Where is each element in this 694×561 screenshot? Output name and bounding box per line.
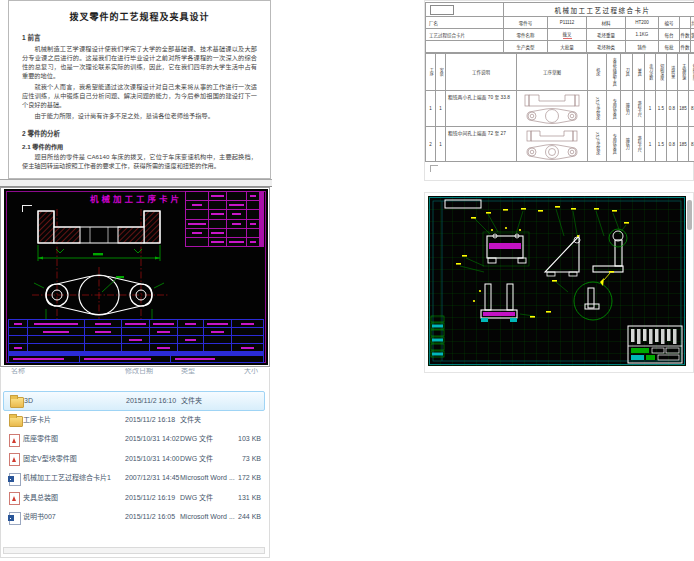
- stamp-box: [430, 5, 454, 15]
- file-row[interactable]: 夹具总装图 2015/11/2 16:19 DWG 文件 131 KB: [3, 489, 265, 507]
- col-speed: 主轴转速: [678, 54, 688, 90]
- col-passes: 走刀次数: [645, 54, 655, 90]
- op-speed: 185: [678, 91, 688, 126]
- file-list-header: 名称 修改日期 类型 大小: [1, 368, 269, 377]
- vertical-scrollbar-thumb[interactable]: [687, 200, 692, 230]
- cad-canvas[interactable]: [428, 196, 686, 366]
- col-seq: 工序: [426, 54, 435, 90]
- file-date: 2015/10/31 14:00: [125, 450, 180, 468]
- col-machine: 机床: [588, 54, 606, 90]
- file-date: 2007/12/31 14:45: [125, 469, 180, 487]
- per-unit-label: 每台: [659, 29, 679, 40]
- file-type: Microsoft Word ...: [180, 508, 235, 526]
- op-sketch-drawing: [519, 128, 585, 161]
- cad-window-operation-card[interactable]: 机械加工工序卡片: [0, 187, 270, 367]
- process-card-sheet[interactable]: 机械加工工艺过程综合卡片 厂名 零件号 P11112 材料 HT200 编号 共…: [424, 0, 694, 181]
- card-info-table: 机械加工工艺过程综合卡片 厂名 零件号 P11112 材料 HT200 编号 共…: [425, 2, 694, 53]
- op-gauge: 游标卡尺: [633, 127, 644, 161]
- file-row[interactable]: 说明书007 2015/11/2 16:05 Microsoft Word ..…: [3, 508, 265, 526]
- op-feed: 0.8: [667, 127, 677, 161]
- doc-paragraph: 由于能力所限，设计尚有许多不足之处，恳请各位老师给予指导。: [22, 112, 257, 121]
- op-speed: 185: [678, 127, 688, 161]
- fixture-assembly-drawing: [428, 196, 686, 366]
- cursor-corner-mark: [430, 165, 438, 172]
- file-size: 131 KB: [238, 489, 261, 507]
- part-name-text: 拨叉: [563, 31, 572, 39]
- file-type: 文件夹: [181, 392, 202, 410]
- file-date: 2015/10/31 14:02: [125, 430, 180, 448]
- col-sketch: 工序草图: [517, 54, 587, 90]
- factory-label: 厂名: [426, 17, 503, 28]
- op-description: 粗铣中间孔上端面 72 至 27: [446, 127, 516, 161]
- file-date: 2015/11/2 16:19: [125, 489, 175, 507]
- pieces-cell: 件数: [680, 29, 690, 40]
- file-row-selected[interactable]: 3D 2015/11/2 16:10 文件夹: [3, 391, 265, 411]
- op-setup: 1: [436, 127, 445, 161]
- file-name: 夹具总装图: [23, 489, 58, 507]
- blank-weight-label: 毛坯重量: [587, 29, 625, 40]
- op-machine: X51立式铣床: [588, 127, 606, 161]
- op-sketch-drawing: [519, 92, 585, 125]
- part-name-value: 拨叉: [548, 29, 586, 40]
- file-row[interactable]: 工序卡片 2015/11/2 16:18 文件夹: [3, 411, 265, 429]
- document-panel[interactable]: 拨叉零件的工艺规程及夹具设计 1 前言 机械制造工艺学课程设计使我们学完了大学的…: [8, 0, 271, 179]
- dwg-file-icon: [9, 453, 20, 466]
- material-label: 材料: [587, 17, 625, 28]
- op-passes: 1: [645, 127, 655, 161]
- file-row[interactable]: 机械加工工艺过程综合卡片1 2007/12/31 14:45 Microsoft…: [3, 469, 265, 487]
- op-depth: 1.5: [656, 127, 666, 161]
- file-name: 工序卡片: [23, 411, 51, 429]
- file-row[interactable]: 底座零件图 2015/10/31 14:02 DWG 文件 103 KB: [3, 430, 265, 448]
- file-size: 244 KB: [238, 508, 261, 526]
- pieces-cell: 件数: [680, 41, 690, 52]
- file-name: 3D: [24, 392, 33, 410]
- cad-canvas[interactable]: 机械加工工序卡片: [4, 189, 268, 365]
- folder-icon: [9, 416, 23, 427]
- cad-window-fixture-assembly[interactable]: [424, 192, 694, 373]
- prod-type-value: 大批量: [548, 41, 586, 52]
- file-size: 103 KB: [238, 430, 261, 448]
- col-setup: 安装: [436, 54, 445, 90]
- file-explorer-panel[interactable]: 名称 修改日期 类型 大小 3D 2015/11/2 16:10 文件夹 工序卡…: [0, 368, 270, 558]
- file-type: 文件夹: [180, 411, 201, 429]
- window-divider: [0, 179, 272, 187]
- horizontal-scrollbar[interactable]: [3, 547, 265, 554]
- op-tool: 端铣刀: [621, 91, 632, 126]
- column-header-size[interactable]: 大小: [244, 368, 258, 375]
- dwg-file-icon: [9, 434, 20, 447]
- code-label: 编号: [659, 17, 679, 28]
- file-row[interactable]: 固定V型块零件图 2015/10/31 14:00 DWG 文件 73 KB: [3, 450, 265, 468]
- file-name: 机械加工工艺过程综合卡片1: [23, 469, 111, 487]
- desktop-collage: 拨叉零件的工艺规程及夹具设计 1 前言 机械制造工艺学课程设计使我们学完了大学的…: [0, 0, 694, 561]
- card-name-label: 工艺过程综合卡片: [426, 29, 503, 40]
- dwg-file-icon: [9, 492, 20, 505]
- doc-heading-2: 2 零件的分析: [22, 128, 257, 138]
- op-cutspeed: 81: [689, 91, 694, 126]
- op-passes: 1: [645, 91, 655, 126]
- card-process-table: 工序 安装 工作说明 工序草图 机床 夹具及辅助工具 刀具 量具 走刀次数 切削…: [425, 53, 694, 162]
- file-name: 底座零件图: [23, 430, 58, 448]
- file-type: Microsoft Word ...: [180, 469, 235, 487]
- col-feed: 进给量: [667, 54, 677, 90]
- blank-kind-value: 铸件: [626, 41, 658, 52]
- op-setup: 1: [436, 91, 445, 126]
- col-desc: 工作说明: [446, 54, 516, 90]
- per-batch-label: 每批: [659, 41, 679, 52]
- part-no-value: P11112: [548, 17, 586, 28]
- column-header-name[interactable]: 名称: [11, 368, 25, 375]
- op-sketch: [517, 127, 587, 161]
- part-name-label: 零件名称: [504, 29, 547, 40]
- word-file-icon: [9, 473, 21, 486]
- part-no-label: 零件号: [504, 17, 547, 28]
- op-depth: 1.5: [656, 91, 666, 126]
- card-corner-cell: [426, 3, 503, 16]
- material-value: HT200: [626, 17, 658, 28]
- file-type: DWG 文件: [180, 489, 213, 507]
- word-file-icon: [9, 512, 21, 525]
- card-title: 机械加工工艺过程综合卡片: [504, 3, 694, 16]
- doc-paragraph: 就我个人而言，我希望能通过这次课程设计对自己未来将从事的工作进行一次适应性训练，…: [22, 83, 257, 110]
- op-fixture: 专用铣夹具: [607, 91, 620, 126]
- file-date: 2015/11/2 16:18: [125, 411, 175, 429]
- column-header-date[interactable]: 修改日期: [125, 368, 153, 375]
- column-header-type[interactable]: 类型: [181, 368, 195, 375]
